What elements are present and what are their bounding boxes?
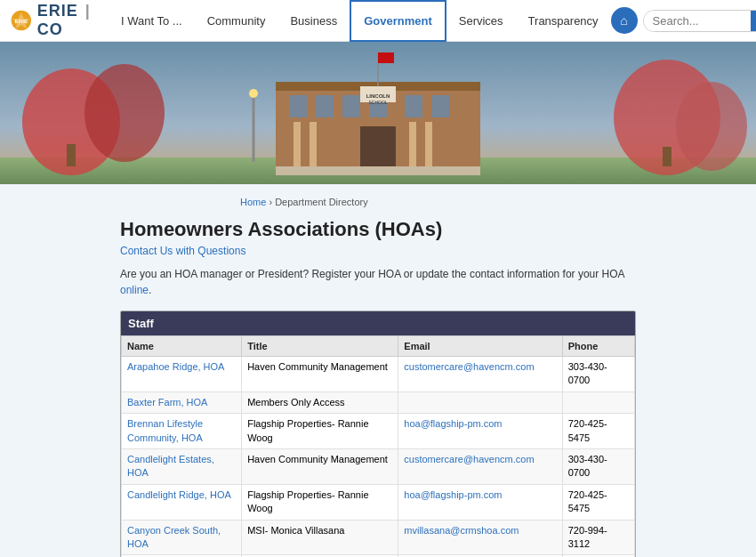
hoa-title-cell: MSI- Monica Villasana: [242, 520, 398, 555]
hoa-email-link[interactable]: customercare@havencm.com: [404, 454, 534, 464]
content-wrapper: Home › Department Directory Homeowners A…: [0, 184, 756, 557]
table-row: Brennan Lifestyle Community, HOAFlagship…: [122, 414, 635, 449]
svg-rect-31: [276, 166, 480, 175]
logo-separator: |: [85, 2, 91, 20]
svg-rect-15: [342, 95, 360, 117]
svg-point-9: [676, 82, 747, 171]
hoa-name-link[interactable]: Baxter Farm, HOA: [127, 397, 207, 408]
hoa-title-cell: Haven Community Management: [242, 448, 398, 484]
col-header-phone: Phone: [562, 336, 634, 357]
hoa-name-cell: Canyon Creek South, HOA: [122, 520, 242, 555]
logo-name: ERIE | CO: [37, 2, 91, 39]
hoa-email-cell: hoa@flagship-pm.com: [398, 484, 562, 520]
hoa-phone-cell: 303-430-0700: [562, 357, 634, 392]
logo-link[interactable]: ERIE ERIE | CO: [11, 2, 91, 39]
hero-illustration: LINCOLN SCHOOL: [0, 42, 756, 184]
nav-community[interactable]: Community: [195, 0, 278, 42]
search-button[interactable]: 🔍: [751, 11, 756, 31]
table-header-row: Name Title Email Phone: [122, 336, 635, 357]
breadcrumb-home-link[interactable]: Home: [240, 197, 266, 207]
table-row: Arapahoe Ridge, HOAHaven Community Manag…: [122, 357, 635, 392]
hoa-title-cell: Flagship Properties- Rannie Woog: [242, 484, 398, 520]
svg-rect-13: [289, 95, 307, 117]
nav-services[interactable]: Services: [446, 0, 516, 42]
svg-rect-21: [409, 122, 416, 171]
table-row: Canyon Creek South, HOAMSI- Monica Villa…: [122, 520, 635, 555]
svg-rect-28: [378, 52, 394, 63]
erie-logo-icon: ERIE: [11, 4, 32, 37]
hoa-title-cell: Members Only Access: [242, 392, 398, 413]
svg-rect-19: [294, 122, 301, 171]
contact-link[interactable]: Contact Us with Questions: [120, 245, 636, 257]
svg-point-30: [249, 89, 258, 98]
svg-rect-23: [360, 126, 396, 171]
hoa-phone-cell: 303-430-0700: [562, 448, 634, 484]
svg-point-6: [84, 64, 165, 162]
hoa-name-cell: Arapahoe Ridge, HOA: [122, 357, 242, 392]
description: Are you an HOA manager or President? Reg…: [120, 266, 636, 298]
hoa-name-link[interactable]: Arapahoe Ridge, HOA: [127, 361, 224, 372]
search-bar: 🔍: [643, 10, 756, 32]
col-header-title: Title: [242, 336, 398, 357]
svg-rect-22: [425, 122, 432, 171]
nav-transparency[interactable]: Transparency: [516, 0, 611, 42]
nav-government[interactable]: Government: [350, 0, 446, 42]
hoa-name-cell: Brennan Lifestyle Community, HOA: [122, 414, 242, 449]
hoa-email-link[interactable]: customercare@havencm.com: [404, 361, 534, 372]
page-content: Homeowners Associations (HOAs) Contact U…: [120, 218, 636, 557]
home-icon: ⌂: [620, 13, 627, 28]
hoa-email-cell: customercare@havencm.com: [398, 357, 562, 392]
col-header-name: Name: [122, 336, 242, 357]
site-header: ERIE ERIE | CO I Want To ... Community B…: [0, 0, 756, 42]
svg-rect-7: [67, 144, 76, 166]
nav-i-want-to[interactable]: I Want To ...: [109, 0, 195, 42]
hoa-title-cell: Flagship Properties- Rannie Woog: [242, 414, 398, 449]
hoa-phone-cell: 720-425-5475: [562, 414, 634, 449]
hoa-name-cell: Baxter Farm, HOA: [122, 392, 242, 413]
hoa-email-cell: customercare@havencm.com: [398, 448, 562, 484]
hoa-phone-cell: 720-994-3112: [562, 520, 634, 555]
hoa-email-link[interactable]: mvillasana@crmshoa.com: [404, 525, 519, 536]
header-actions: ⌂ 🔍: [611, 7, 756, 34]
hoa-title-cell: Haven Community Management: [242, 357, 398, 392]
svg-rect-16: [405, 95, 422, 117]
svg-rect-20: [310, 122, 317, 171]
table-section-label: Staff: [121, 311, 635, 335]
hoa-name-cell: Candlelight Ridge, HOA: [122, 484, 242, 520]
svg-rect-17: [431, 95, 449, 117]
hero-image: LINCOLN SCHOOL: [0, 42, 756, 184]
svg-rect-14: [316, 95, 334, 117]
hoa-email-cell: mvillasana@crmshoa.com: [398, 520, 562, 555]
staff-table-wrapper: Staff Name Title Email Phone Arapahoe Ri…: [120, 311, 636, 557]
table-row: Candlelight Estates, HOAHaven Community …: [122, 448, 635, 484]
search-input[interactable]: [644, 11, 751, 31]
hoa-email-cell: hoa@flagship-pm.com: [398, 414, 562, 449]
nav-business[interactable]: Business: [277, 0, 350, 42]
svg-rect-10: [663, 147, 672, 166]
hoa-email-link[interactable]: hoa@flagship-pm.com: [404, 489, 502, 500]
hoa-email-cell: [398, 392, 562, 413]
svg-text:SCHOOL: SCHOOL: [368, 100, 387, 105]
svg-text:ERIE: ERIE: [15, 18, 28, 24]
online-link[interactable]: online: [120, 284, 149, 296]
hoa-name-cell: Candlelight Estates, HOA: [122, 448, 242, 484]
svg-text:LINCOLN: LINCOLN: [366, 93, 390, 99]
breadcrumb: Home › Department Directory: [0, 193, 756, 211]
hoa-table: Name Title Email Phone Arapahoe Ridge, H…: [121, 335, 635, 557]
table-row: Baxter Farm, HOAMembers Only Access: [122, 392, 635, 413]
hoa-email-link[interactable]: hoa@flagship-pm.com: [404, 418, 502, 429]
main-nav: I Want To ... Community Business Governm…: [109, 0, 611, 42]
hoa-name-link[interactable]: Brennan Lifestyle Community, HOA: [127, 418, 203, 442]
home-button[interactable]: ⌂: [611, 7, 638, 34]
table-row: Candlelight Ridge, HOAFlagship Propertie…: [122, 484, 635, 520]
breadcrumb-current: Department Directory: [275, 197, 368, 207]
hoa-phone-cell: [562, 392, 634, 413]
col-header-email: Email: [398, 336, 562, 357]
hoa-name-link[interactable]: Candlelight Ridge, HOA: [127, 489, 231, 500]
hoa-name-link[interactable]: Canyon Creek South, HOA: [127, 525, 221, 549]
hoa-phone-cell: 720-425-5475: [562, 484, 634, 520]
hoa-name-link[interactable]: Candlelight Estates, HOA: [127, 454, 214, 478]
page-title: Homeowners Associations (HOAs): [120, 218, 636, 241]
